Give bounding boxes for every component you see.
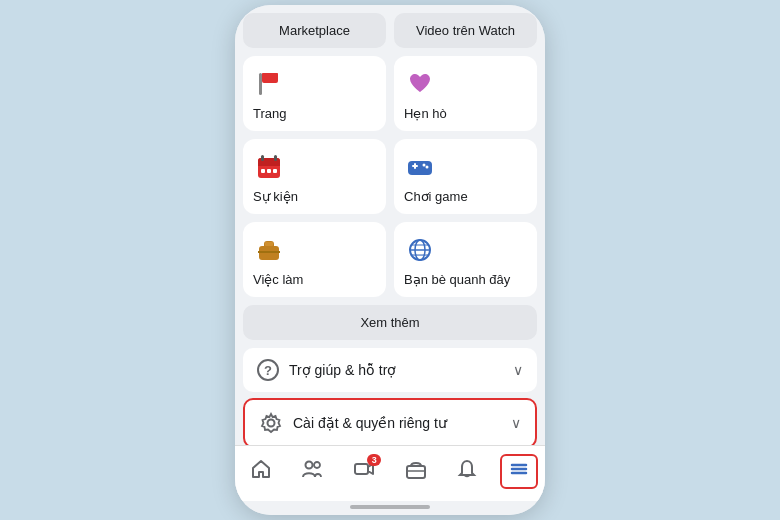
help-section-item[interactable]: ? Trợ giúp & hỗ trợ ∨: [243, 348, 537, 392]
xem-them-button[interactable]: Xem thêm: [243, 305, 537, 340]
nav-bell[interactable]: [448, 454, 486, 489]
grid-area: Marketplace Video trên Watch: [235, 5, 545, 445]
svg-point-27: [314, 462, 320, 468]
nav-shop[interactable]: [397, 454, 435, 489]
svg-rect-6: [261, 155, 264, 161]
globe-icon: [404, 234, 436, 266]
friends-icon: [301, 458, 323, 485]
calendar-icon: [253, 151, 285, 183]
svg-rect-28: [355, 464, 368, 474]
svg-rect-11: [408, 161, 432, 175]
svg-rect-30: [407, 466, 425, 478]
trang-label: Trang: [253, 106, 286, 121]
su-kien-label: Sự kiện: [253, 189, 298, 204]
video-watch-label: Video trên Watch: [416, 23, 515, 38]
svg-rect-10: [273, 169, 277, 173]
svg-rect-19: [258, 251, 280, 253]
viec-lam-item[interactable]: Việc làm: [243, 222, 386, 297]
settings-section-item[interactable]: Cài đặt & quyền riêng tư ∨: [243, 398, 537, 445]
flag-icon: [253, 68, 285, 100]
nav-home[interactable]: [242, 454, 280, 489]
choi-game-label: Chơi game: [404, 189, 468, 204]
question-icon: ?: [257, 359, 279, 381]
help-chevron-icon: ∨: [513, 362, 523, 378]
svg-rect-0: [259, 73, 262, 95]
marketplace-cell[interactable]: Marketplace: [243, 13, 386, 48]
help-label: Trợ giúp & hỗ trợ: [289, 362, 396, 378]
svg-rect-5: [258, 163, 280, 166]
trang-item[interactable]: Trang: [243, 56, 386, 131]
screen: Marketplace Video trên Watch: [235, 5, 545, 515]
briefcase-icon: [253, 234, 285, 266]
svg-rect-18: [265, 242, 273, 246]
svg-rect-2: [262, 73, 278, 76]
viec-lam-label: Việc làm: [253, 272, 303, 287]
video-badge: 3: [367, 454, 381, 466]
settings-label: Cài đặt & quyền riêng tư: [293, 415, 447, 431]
ban-be-quanh-day-label: Bạn bè quanh đây: [404, 272, 510, 287]
svg-rect-9: [267, 169, 271, 173]
settings-section-left: Cài đặt & quyền riêng tư: [259, 411, 447, 435]
svg-point-15: [426, 166, 429, 169]
nav-menu[interactable]: [500, 454, 538, 489]
grid-row-3: Việc làm Bạn bè quanh đây: [243, 222, 537, 297]
bottom-nav: 3: [235, 445, 545, 501]
su-kien-item[interactable]: Sự kiện: [243, 139, 386, 214]
gear-icon: [259, 411, 283, 435]
svg-point-14: [423, 164, 426, 167]
choi-game-item[interactable]: Chơi game: [394, 139, 537, 214]
shop-icon: [405, 458, 427, 485]
help-section-left: ? Trợ giúp & hỗ trợ: [257, 359, 396, 381]
svg-rect-13: [414, 163, 416, 169]
grid-row-2: Sự kiện Chơi game: [243, 139, 537, 214]
marketplace-label: Marketplace: [279, 23, 350, 38]
hen-ho-label: Hẹn hò: [404, 106, 447, 121]
grid-row-1: Trang Hẹn hò: [243, 56, 537, 131]
nav-video[interactable]: 3: [345, 454, 383, 489]
heart-icon: [404, 68, 436, 100]
home-indicator: [350, 505, 430, 509]
game-icon: [404, 151, 436, 183]
menu-icon: [508, 458, 530, 485]
hen-ho-item[interactable]: Hẹn hò: [394, 56, 537, 131]
svg-point-26: [306, 462, 313, 469]
video-watch-cell[interactable]: Video trên Watch: [394, 13, 537, 48]
svg-rect-8: [261, 169, 265, 173]
nav-friends[interactable]: [293, 454, 331, 489]
top-row: Marketplace Video trên Watch: [243, 13, 537, 48]
home-icon: [250, 458, 272, 485]
settings-chevron-icon: ∨: [511, 415, 521, 431]
ban-be-quanh-day-item[interactable]: Bạn bè quanh đây: [394, 222, 537, 297]
bell-icon: [456, 458, 478, 485]
phone-frame: Marketplace Video trên Watch: [235, 5, 545, 515]
svg-point-25: [268, 420, 275, 427]
svg-rect-7: [274, 155, 277, 161]
